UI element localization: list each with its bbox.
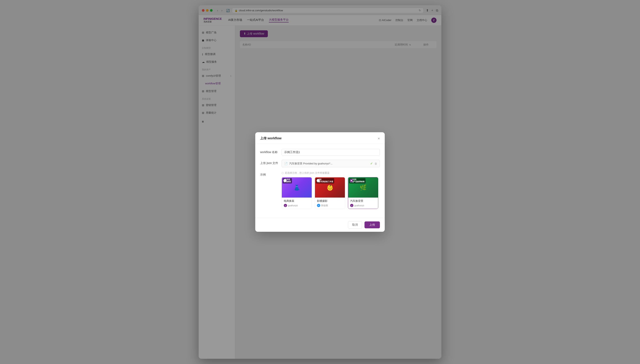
modal-title: 上传 workflow <box>260 136 282 140</box>
example-card-ecommerce[interactable]: AI效果图 自动换装 👗 电商换装 g guahunyo <box>282 177 312 209</box>
card-author-2: 郭 郭佑萌 <box>317 204 343 207</box>
submit-button[interactable]: 上传 <box>364 222 380 228</box>
card-title-3: 汽车换背景 <box>350 199 376 203</box>
upload-json-label: 上传 json 文件 <box>260 160 278 165</box>
card-avatar-3: g <box>350 204 354 207</box>
card-radio-2[interactable] <box>316 179 320 182</box>
upload-workflow-modal: 上传 workflow × workflow 名称 上传 json 文件 📄 汽… <box>255 132 385 232</box>
card-info-1: 电商换装 g guahunyo <box>282 198 312 209</box>
card-figure-2: 👶 <box>326 184 334 191</box>
hint-radio-icon <box>282 172 284 174</box>
card-author-1: g guahunyo <box>284 204 310 207</box>
modal-overlay: 上传 workflow × workflow 名称 上传 json 文件 📄 汽… <box>0 0 640 364</box>
file-icon: 📄 <box>284 162 288 165</box>
modal-close-button[interactable]: × <box>378 137 380 140</box>
workflow-name-input[interactable] <box>282 149 380 156</box>
file-delete-button[interactable]: 🗑 <box>374 162 377 165</box>
card-info-3: 汽车换背景 g guahunyo <box>348 198 378 209</box>
card-info-2: 影楼摄影 郭 郭佑萌 <box>315 198 345 209</box>
example-label: 示例 <box>260 171 278 176</box>
workflow-name-label: workflow 名称 <box>260 149 278 154</box>
card-avatar-1: g <box>284 204 287 207</box>
card-figure-1: 👗 <box>293 184 300 191</box>
file-name-text: 汽车换背景 Provided by guahunyo*... <box>289 162 368 166</box>
example-cards: AI效果图 自动换装 👗 电商换装 g guahunyo <box>282 177 380 209</box>
example-card-car[interactable]: AI效果图 全能产品效果绘制 🌿 汽车换背景 g guahunyo <box>348 177 378 209</box>
card-radio-1[interactable] <box>284 179 286 182</box>
example-hint: 若选择示例，您上传的 json 文件将被覆盖 <box>282 171 380 175</box>
upload-json-row: 上传 json 文件 📄 汽车换背景 Provided by guahunyo*… <box>260 160 380 167</box>
file-check-icon: ✓ <box>370 162 373 166</box>
example-row: 示例 若选择示例，您上传的 json 文件将被覆盖 AI效果图 <box>260 171 380 209</box>
card-radio-3[interactable] <box>350 179 353 182</box>
card-avatar-2: 郭 <box>317 204 320 207</box>
example-content: 若选择示例，您上传的 json 文件将被覆盖 AI效果图 自动换装 👗 <box>282 171 380 209</box>
modal-header: 上传 workflow × <box>255 132 385 144</box>
card-title-2: 影楼摄影 <box>317 199 343 203</box>
workflow-name-row: workflow 名称 <box>260 149 380 156</box>
modal-footer: 取消 上传 <box>255 218 385 232</box>
modal-body: workflow 名称 上传 json 文件 📄 汽车换背景 Provided … <box>255 144 385 218</box>
cancel-button[interactable]: 取消 <box>348 221 362 228</box>
card-title-1: 电商换装 <box>284 199 310 203</box>
card-author-3: g guahunyo <box>350 204 376 207</box>
file-upload-field[interactable]: 📄 汽车换背景 Provided by guahunyo*... ✓ 🗑 <box>282 160 380 167</box>
card-figure-3: 🌿 <box>360 184 367 191</box>
example-card-photography[interactable]: AI摄影 儿童写真提速工作流 👶 影楼摄影 郭 郭佑萌 <box>315 177 345 209</box>
